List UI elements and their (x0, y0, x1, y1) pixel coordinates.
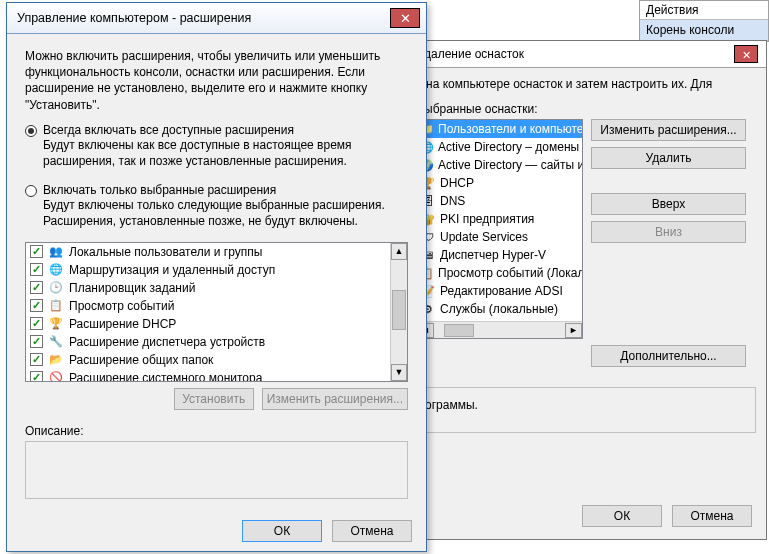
routing-icon: 🌐 (48, 262, 64, 278)
list-item: 🏆Расширение DHCP (26, 315, 390, 333)
scroll-down-icon[interactable]: ▼ (391, 364, 407, 381)
description-field (25, 441, 408, 499)
add-remove-snapins-dialog: ...даление оснасток ✕ ...на компьютере о… (405, 40, 767, 540)
close-icon[interactable]: ✕ (390, 8, 420, 28)
selected-snapins-list[interactable]: 📁Пользователи и компьюте 🌐Active Directo… (416, 119, 583, 339)
description-label: Описание: (25, 424, 408, 438)
install-button[interactable]: Установить (174, 388, 254, 410)
list-item: 🚫Расширение системного монитора (26, 369, 390, 381)
list-item: 🔧Расширение диспетчера устройств (26, 333, 390, 351)
checkbox-icon[interactable] (30, 335, 43, 348)
sysmon-icon: 🚫 (48, 370, 64, 381)
radio-selected-only[interactable]: Включать только выбранные расширения (25, 183, 408, 197)
advanced-button[interactable]: Дополнительно... (591, 345, 746, 367)
scroll-thumb[interactable] (444, 324, 474, 337)
list-item: 📋Просмотр событий (26, 297, 390, 315)
dhcp-icon: 🏆 (48, 316, 64, 332)
description-text: ограммы. (425, 398, 478, 412)
close-icon[interactable]: ✕ (734, 45, 758, 63)
actions-title: Действия (640, 1, 768, 20)
edit-extensions-button[interactable]: Изменить расширения... (591, 119, 746, 141)
titlebar[interactable]: Управление компьютером - расширения ✕ (7, 3, 426, 34)
list-item: 📂Расширение общих папок (26, 351, 390, 369)
extensions-list[interactable]: 👥Локальные пользователи и группы 🌐Маршру… (25, 242, 408, 382)
description-group: ограммы. (416, 387, 756, 433)
dialog-title: ...даление оснасток (414, 47, 524, 61)
list-item: 🗄DNS (417, 192, 582, 210)
list-item: 🛡Update Services (417, 228, 582, 246)
users-icon: 👥 (48, 244, 64, 260)
intro-text: Можно включить расширения, чтобы увеличи… (25, 48, 408, 113)
scroll-right-icon[interactable]: ► (565, 323, 582, 338)
scheduler-icon: 🕒 (48, 280, 64, 296)
checkbox-icon[interactable] (30, 353, 43, 366)
actions-root[interactable]: Корень консоли (640, 20, 768, 41)
selected-snapins-label: Выбранные оснастки: (416, 102, 756, 116)
list-item: 📁Пользователи и компьюте (417, 120, 582, 138)
list-item: 📝Редактирование ADSI (417, 282, 582, 300)
list-item: 🌐Маршрутизация и удаленный доступ (26, 261, 390, 279)
vertical-scrollbar[interactable]: ▲ ▼ (390, 243, 407, 381)
radio-always-enable[interactable]: Всегда включать все доступные расширения (25, 123, 408, 137)
ok-button[interactable]: ОК (582, 505, 662, 527)
checkbox-icon[interactable] (30, 245, 43, 258)
checkbox-icon[interactable] (30, 371, 43, 381)
move-down-button[interactable]: Вниз (591, 221, 746, 243)
info-text: ...на компьютере оснасток и затем настро… (416, 76, 756, 92)
list-item: 🔐PKI предприятия (417, 210, 582, 228)
radio-label: Включать только выбранные расширения (43, 183, 276, 197)
ok-button[interactable]: ОК (242, 520, 322, 542)
cancel-button[interactable]: Отмена (332, 520, 412, 542)
dialog-title: Управление компьютером - расширения (17, 11, 251, 25)
horizontal-scrollbar[interactable]: ◄ ► (417, 321, 582, 338)
scroll-up-icon[interactable]: ▲ (391, 243, 407, 260)
radio-help-text: Будут включены как все доступные в насто… (43, 137, 408, 169)
scroll-thumb[interactable] (392, 290, 406, 330)
checkbox-icon[interactable] (30, 263, 43, 276)
radio-icon (25, 125, 37, 137)
list-item: 👥Локальные пользователи и группы (26, 243, 390, 261)
checkbox-icon[interactable] (30, 281, 43, 294)
titlebar: ...даление оснасток ✕ (406, 41, 766, 68)
checkbox-icon[interactable] (30, 299, 43, 312)
extensions-dialog: Управление компьютером - расширения ✕ Мо… (6, 2, 427, 552)
events-icon: 📋 (48, 298, 64, 314)
list-item: 🌍Active Directory — сайты и (417, 156, 582, 174)
list-item: 🏆DHCP (417, 174, 582, 192)
list-item: 🌐Active Directory – домены и (417, 138, 582, 156)
radio-help-text: Будут включены только следующие выбранны… (43, 197, 408, 229)
radio-icon (25, 185, 37, 197)
actions-pane: Действия Корень консоли (639, 0, 769, 42)
shares-icon: 📂 (48, 352, 64, 368)
list-item: 🕒Планировщик заданий (26, 279, 390, 297)
cancel-button[interactable]: Отмена (672, 505, 752, 527)
remove-button[interactable]: Удалить (591, 147, 746, 169)
move-up-button[interactable]: Вверх (591, 193, 746, 215)
list-item: 📋Просмотр событий (Локал (417, 264, 582, 282)
list-item: ⚙Службы (локальные) (417, 300, 582, 318)
radio-label: Всегда включать все доступные расширения (43, 123, 294, 137)
devmgr-icon: 🔧 (48, 334, 64, 350)
list-item: 🖥Диспетчер Hyper-V (417, 246, 582, 264)
edit-extensions-button[interactable]: Изменить расширения... (262, 388, 408, 410)
checkbox-icon[interactable] (30, 317, 43, 330)
